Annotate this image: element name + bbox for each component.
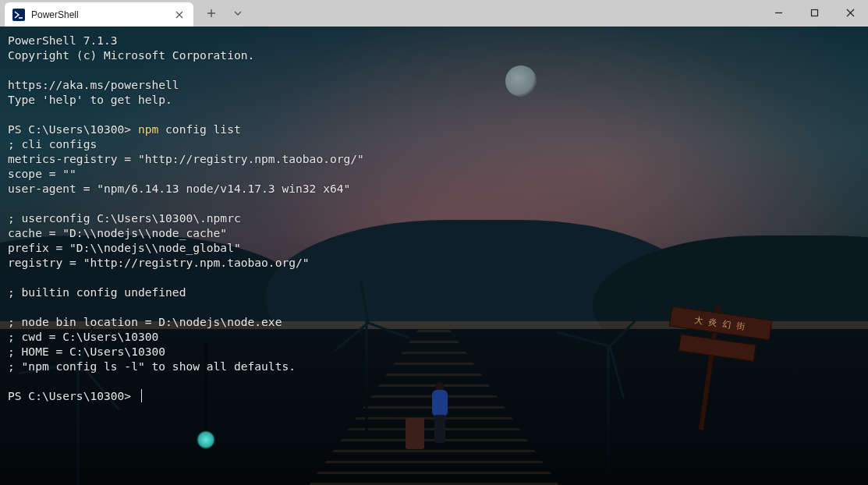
output-line: metrics-registry = "http://registry.npm.… [8,152,364,165]
output-line: ; HOME = C:\Users\10300 [8,345,165,358]
tab-close-button[interactable] [173,9,186,21]
output-line: ; "npm config ls -l" to show all default… [8,359,296,373]
prompt: PS C:\Users\10300> [8,389,138,402]
output-line: ; cwd = C:\Users\10300 [8,330,158,343]
terminal-output: PowerShell 7.1.3 Copyright (c) Microsoft… [0,27,868,485]
maximize-icon [810,9,819,17]
close-icon [175,11,183,19]
output-line: prefix = "D:\\nodejs\\node_global" [8,241,241,254]
output-line: scope = "" [8,167,76,180]
chevron-down-icon [233,9,243,18]
tab-actions [200,0,250,27]
output-line: registry = "http://registry.npm.taobao.o… [8,256,310,269]
svg-rect-1 [811,9,817,16]
minimize-icon [774,9,783,17]
tab-dropdown-button[interactable] [226,2,250,25]
output-line: user-agent = "npm/6.14.13 node/v14.17.3 … [8,182,350,195]
output-line: PowerShell 7.1.3 [8,34,118,47]
command-args: config list [158,122,240,136]
output-line: Copyright (c) Microsoft Corporation. [8,48,254,62]
output-line: ; node bin location = D:\nodejs\node.exe [8,315,282,328]
cursor [141,389,142,402]
window-controls [760,0,868,25]
app-window: PowerShell [0,0,868,485]
tab-powershell[interactable]: PowerShell [5,2,193,27]
output-line: ; userconfig C:\Users\10300\.npmrc [8,211,241,225]
output-line: cache = "D:\\nodejs\\node_cache" [8,226,227,239]
command-name: npm [138,122,158,136]
minimize-button[interactable] [760,0,796,25]
terminal-pane[interactable]: 大 炎 幻 街 PowerShell 7.1.3 Copyright (c) M… [0,27,868,485]
output-line: ; builtin config undefined [8,285,186,299]
close-icon [846,9,855,17]
new-tab-button[interactable] [200,2,223,25]
prompt: PS C:\Users\10300> [8,122,138,136]
powershell-icon [12,9,25,21]
tab-title: PowerShell [31,9,167,20]
output-line: Type 'help' to get help. [8,93,172,106]
close-window-button[interactable] [832,0,868,25]
plus-icon [207,9,216,18]
maximize-button[interactable] [796,0,832,25]
output-line: ; cli configs [8,137,97,150]
titlebar: PowerShell [0,0,868,27]
output-line: https://aka.ms/powershell [8,78,179,91]
